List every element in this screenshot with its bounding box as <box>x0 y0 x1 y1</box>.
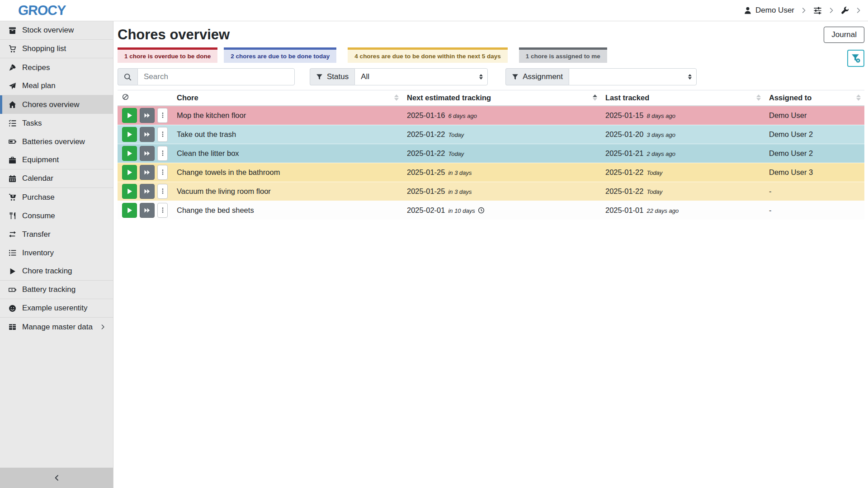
skip-chore-button[interactable] <box>140 127 155 142</box>
column-header-chore[interactable]: Chore <box>172 90 402 106</box>
list-icon <box>8 249 17 257</box>
sidebar-item-battery-tracking[interactable]: Battery tracking <box>0 281 113 299</box>
skip-chore-button[interactable] <box>140 108 155 123</box>
status-card-overdue[interactable]: 1 chore is overdue to be done <box>118 47 217 63</box>
column-header-last-tracked[interactable]: Last tracked <box>601 90 764 106</box>
sidebar-item-label: Recipes <box>22 63 50 72</box>
last-tracked-cell: 2025-01-0122 days ago <box>601 201 764 220</box>
pizza-slice-icon <box>8 64 17 71</box>
topbar-menus: Demo User <box>744 6 862 15</box>
last-tracked-date: 2025-01-21 <box>605 149 643 157</box>
sidebar-item-label: Stock overview <box>22 26 74 35</box>
column-header-next-estimated-tracking[interactable]: Next estimated tracking <box>402 90 601 106</box>
next-tracking-date: 2025-01-25 <box>407 168 445 176</box>
table-row: Take out the trash 2025-01-22Today 2025-… <box>118 125 864 144</box>
admin-menu[interactable] <box>841 6 849 14</box>
table-row: Clean the litter box 2025-01-22Today 202… <box>118 144 864 163</box>
box-icon <box>8 27 17 34</box>
sidebar-item-tasks[interactable]: Tasks <box>0 114 113 132</box>
sidebar-item-label: Example userentity <box>22 304 88 313</box>
column-header-label: Last tracked <box>605 94 649 102</box>
chore-row-menu-button[interactable] <box>157 203 168 218</box>
chore-row-menu-button[interactable] <box>157 108 168 123</box>
skip-chore-button[interactable] <box>140 184 155 199</box>
sidebar-item-transfer[interactable]: Transfer <box>0 225 113 244</box>
grocy-logo[interactable]: GROCY <box>18 3 66 18</box>
visibility-column-icon <box>122 94 129 100</box>
search-input[interactable] <box>137 68 295 85</box>
sidebar-item-batteries-overview[interactable]: Batteries overview <box>0 132 113 151</box>
sidebar-item-shopping-list[interactable]: Shopping list <box>0 40 113 58</box>
assignment-filter-group: Assignment <box>505 68 697 85</box>
admin-menu-chevron-icon[interactable] <box>855 7 862 14</box>
utensils-icon <box>8 212 17 220</box>
sidebar-item-meal-plan[interactable]: Meal plan <box>0 77 113 95</box>
sidebar-item-label: Battery tracking <box>22 285 75 294</box>
sidebar-item-calendar[interactable]: Calendar <box>0 169 113 188</box>
main-content: Chores overview Journal 1 chore is overd… <box>113 21 868 220</box>
assignment-filter-select[interactable] <box>569 68 697 85</box>
sidebar-item-recipes[interactable]: Recipes <box>0 58 113 77</box>
chore-name-cell: Change towels in the bathroom <box>172 163 402 182</box>
select-caret-icon <box>688 74 692 80</box>
sort-arrows-icon[interactable] <box>593 94 597 101</box>
sidebar-item-stock-overview[interactable]: Stock overview <box>0 21 113 40</box>
skip-chore-button[interactable] <box>140 203 155 218</box>
settings-menu[interactable] <box>813 6 822 15</box>
last-tracked-cell: 2025-01-22Today <box>601 182 764 201</box>
next-tracking-cell: 2025-02-01in 10 days <box>402 201 601 220</box>
sidebar-item-equipment[interactable]: Equipment <box>0 151 113 169</box>
chore-name-cell: Vacuum the living room floor <box>172 182 402 201</box>
chore-row-menu-button[interactable] <box>157 184 168 199</box>
chore-row-menu-button[interactable] <box>157 165 168 180</box>
sidebar-item-example-userentity[interactable]: Example userentity <box>0 299 113 318</box>
last-tracked-relative: 2 days ago <box>646 150 675 157</box>
table-row: Mop the kitchen floor 2025-01-166 days a… <box>118 106 864 125</box>
column-header-assigned-to[interactable]: Assigned to <box>764 90 864 106</box>
clock-icon <box>478 207 485 214</box>
track-chore-button[interactable] <box>122 146 137 161</box>
sidebar-item-label: Shopping list <box>22 44 66 53</box>
settings-menu-chevron-icon[interactable] <box>828 7 835 14</box>
chore-row-menu-button[interactable] <box>157 127 168 142</box>
chore-name: Mop the kitchen floor <box>177 111 246 119</box>
skip-chore-button[interactable] <box>140 146 155 161</box>
sidebar: Stock overview Shopping list Recipes Mea… <box>0 21 113 488</box>
page-title: Chores overview <box>118 27 230 43</box>
table-row: Vacuum the living room floor 2025-01-25i… <box>118 182 864 201</box>
sidebar-item-chores-overview[interactable]: Chores overview <box>0 95 113 114</box>
clear-filters-button[interactable] <box>847 50 864 67</box>
next-tracking-relative: Today <box>448 150 464 157</box>
chore-row-menu-button[interactable] <box>157 146 168 161</box>
track-chore-button[interactable] <box>122 127 137 142</box>
track-chore-button[interactable] <box>122 203 137 218</box>
status-filter-select[interactable]: All <box>354 68 488 85</box>
sidebar-nav: Stock overview Shopping list Recipes Mea… <box>0 21 113 336</box>
sidebar-item-consume[interactable]: Consume <box>0 206 113 225</box>
user-menu[interactable]: Demo User <box>744 6 794 15</box>
sidebar-item-purchase[interactable]: Purchase <box>0 188 113 206</box>
status-card-due-soon[interactable]: 4 chores are due to be done within the n… <box>348 47 507 63</box>
sort-arrows-icon[interactable] <box>856 94 861 101</box>
last-tracked-cell: 2025-01-22Today <box>601 163 764 182</box>
assigned-to-cell: Demo User 3 <box>764 163 864 182</box>
last-tracked-cell: 2025-01-158 days ago <box>601 106 764 125</box>
journal-button[interactable]: Journal <box>824 27 864 43</box>
user-menu-chevron-icon[interactable] <box>801 7 807 14</box>
sidebar-item-inventory[interactable]: Inventory <box>0 244 113 262</box>
track-chore-button[interactable] <box>122 165 137 180</box>
chore-name-cell: Change the bed sheets <box>172 201 402 220</box>
status-card-assigned[interactable]: 1 chore is assigned to me <box>519 47 607 63</box>
sidebar-item-manage-master-data[interactable]: Manage master data <box>0 318 113 336</box>
sort-arrows-icon[interactable] <box>756 94 761 101</box>
sliders-icon <box>813 6 822 15</box>
next-tracking-relative: in 3 days <box>448 188 472 195</box>
sidebar-collapse-button[interactable] <box>0 468 113 488</box>
sidebar-item-chore-tracking[interactable]: Chore tracking <box>0 262 113 281</box>
track-chore-button[interactable] <box>122 108 137 123</box>
skip-chore-button[interactable] <box>140 165 155 180</box>
calendar-icon <box>8 175 17 183</box>
sort-arrows-icon[interactable] <box>394 94 399 101</box>
status-card-due-today[interactable]: 2 chores are due to be done today <box>224 47 336 63</box>
track-chore-button[interactable] <box>122 184 137 199</box>
